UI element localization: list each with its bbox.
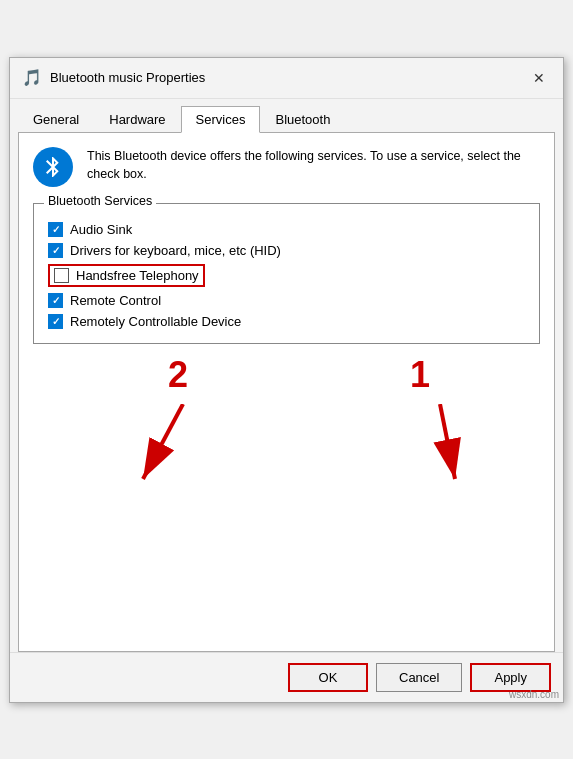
service-label-remote-control: Remote Control bbox=[70, 293, 161, 308]
service-label-remotely-controllable: Remotely Controllable Device bbox=[70, 314, 241, 329]
arrows-section: 2 1 bbox=[33, 354, 540, 504]
checkbox-handsfree[interactable] bbox=[54, 268, 69, 283]
services-group: Bluetooth Services Audio Sink Drivers fo… bbox=[33, 203, 540, 344]
handsfree-highlight-box: Handsfree Telephony bbox=[48, 264, 205, 287]
tab-general[interactable]: General bbox=[18, 106, 94, 133]
checkbox-hid[interactable] bbox=[48, 243, 63, 258]
svg-line-1 bbox=[143, 404, 183, 479]
tab-hardware[interactable]: Hardware bbox=[94, 106, 180, 133]
footer: OK Cancel Apply wsxdn.com bbox=[10, 652, 563, 702]
tab-bluetooth[interactable]: Bluetooth bbox=[260, 106, 345, 133]
arrow-2-svg bbox=[113, 404, 213, 494]
svg-line-3 bbox=[440, 404, 455, 479]
list-item: Remotely Controllable Device bbox=[48, 314, 525, 329]
cancel-button[interactable]: Cancel bbox=[376, 663, 462, 692]
watermark: wsxdn.com bbox=[509, 689, 559, 700]
service-label-audio-sink: Audio Sink bbox=[70, 222, 132, 237]
dialog-window: 🎵 Bluetooth music Properties ✕ General H… bbox=[9, 57, 564, 703]
list-item: Audio Sink bbox=[48, 222, 525, 237]
bluetooth-icon bbox=[33, 147, 73, 187]
apply-button[interactable]: Apply bbox=[470, 663, 551, 692]
arrow-1-svg bbox=[380, 404, 480, 494]
checkbox-remote-control[interactable] bbox=[48, 293, 63, 308]
service-list: Audio Sink Drivers for keyboard, mice, e… bbox=[48, 222, 525, 329]
services-group-label: Bluetooth Services bbox=[44, 194, 156, 208]
list-item: Drivers for keyboard, mice, etc (HID) bbox=[48, 243, 525, 258]
arrow-label-1: 1 bbox=[410, 354, 430, 396]
title-bar-left: 🎵 Bluetooth music Properties bbox=[22, 68, 205, 87]
tabs-container: General Hardware Services Bluetooth bbox=[10, 99, 563, 132]
tab-services[interactable]: Services bbox=[181, 106, 261, 133]
checkbox-audio-sink[interactable] bbox=[48, 222, 63, 237]
arrow-label-2: 2 bbox=[168, 354, 188, 396]
title-bar: 🎵 Bluetooth music Properties ✕ bbox=[10, 58, 563, 99]
service-label-handsfree: Handsfree Telephony bbox=[76, 268, 199, 283]
ok-button[interactable]: OK bbox=[288, 663, 368, 692]
list-item: Handsfree Telephony bbox=[48, 264, 525, 287]
list-item: Remote Control bbox=[48, 293, 525, 308]
info-row: This Bluetooth device offers the followi… bbox=[33, 147, 540, 187]
service-label-hid: Drivers for keyboard, mice, etc (HID) bbox=[70, 243, 281, 258]
bluetooth-svg bbox=[41, 155, 65, 179]
info-description: This Bluetooth device offers the followi… bbox=[87, 147, 540, 185]
window-icon: 🎵 bbox=[22, 68, 42, 87]
checkbox-remotely-controllable[interactable] bbox=[48, 314, 63, 329]
window-title: Bluetooth music Properties bbox=[50, 70, 205, 85]
close-button[interactable]: ✕ bbox=[527, 66, 551, 90]
tab-content: This Bluetooth device offers the followi… bbox=[18, 132, 555, 652]
